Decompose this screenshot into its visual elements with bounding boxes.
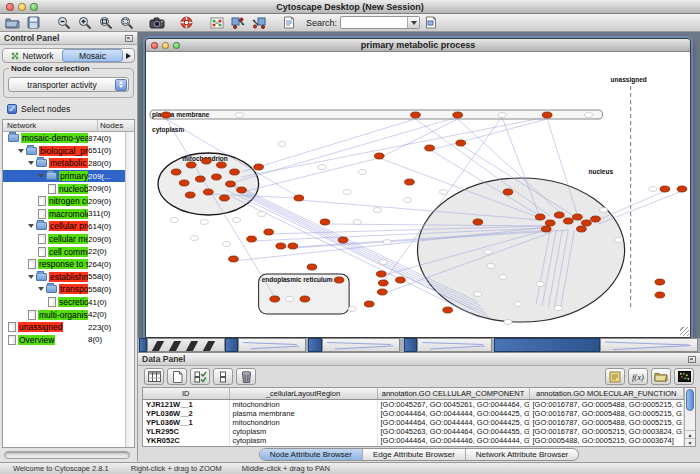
expander-triangle-icon[interactable] — [28, 224, 34, 228]
network-node-small[interactable] — [373, 208, 381, 213]
create-attribute-icon[interactable] — [167, 368, 187, 385]
column-header[interactable]: _cellularLayoutRegion — [229, 388, 377, 399]
network-node-small[interactable] — [615, 238, 623, 243]
tree-row[interactable]: cellular metabol209(0) — [3, 233, 125, 246]
network-node-small[interactable] — [353, 220, 361, 225]
network-node[interactable] — [264, 229, 274, 235]
network-node-small[interactable] — [383, 240, 391, 245]
network-node[interactable] — [453, 112, 463, 118]
network-node[interactable] — [294, 195, 304, 201]
zoom-out-icon[interactable] — [54, 15, 73, 31]
network-node[interactable] — [376, 271, 386, 277]
background-window-fragment[interactable] — [225, 338, 238, 352]
annotation-icon[interactable] — [279, 15, 298, 31]
tree-column-network[interactable]: Network — [3, 120, 98, 131]
tree-row[interactable]: metabolic process280(0) — [3, 157, 125, 170]
network-node[interactable] — [212, 174, 222, 180]
column-header[interactable]: annotation.GO CELLULAR_COMPONENT — [377, 388, 529, 399]
network-node[interactable] — [161, 112, 171, 118]
float-panel-icon[interactable] — [125, 35, 133, 42]
tab-scroll-right[interactable] — [123, 53, 134, 59]
tree-row[interactable]: Overview8(0) — [3, 334, 125, 347]
background-window-fragment[interactable] — [147, 338, 225, 352]
tree-row[interactable]: nucleobase-209(0) — [3, 182, 125, 195]
network-node[interactable] — [411, 112, 421, 118]
network-node-small[interactable] — [649, 187, 657, 192]
attribute-matrix-icon[interactable] — [674, 368, 694, 385]
import-attributes-icon[interactable] — [651, 368, 671, 385]
network-node[interactable] — [443, 307, 453, 313]
search-options-dropdown[interactable] — [407, 17, 419, 28]
network-node[interactable] — [338, 237, 348, 243]
network-node[interactable] — [396, 277, 406, 283]
network-node-small[interactable] — [474, 292, 482, 297]
tab-mosaic[interactable]: Mosaic — [62, 49, 123, 62]
network-node[interactable] — [535, 214, 545, 220]
network-node[interactable] — [276, 243, 286, 249]
help-lifering-icon[interactable] — [177, 15, 196, 31]
network-node-small[interactable] — [170, 218, 178, 223]
select-attributes-icon[interactable] — [144, 368, 164, 385]
vizmap-icon[interactable] — [207, 15, 226, 31]
network-node[interactable] — [456, 140, 466, 146]
network-node-small[interactable] — [358, 170, 366, 175]
network-node[interactable] — [202, 158, 212, 164]
scroll-down-icon[interactable]: ▼ — [685, 438, 695, 446]
network-node-small[interactable] — [348, 307, 356, 312]
network-node-small[interactable] — [232, 218, 240, 223]
network-node-small[interactable] — [222, 242, 230, 247]
network-close-button[interactable] — [151, 42, 158, 49]
column-header[interactable]: annotation.GO MOLECULAR_FUNCTION — [529, 388, 684, 399]
delete-attribute-trash-icon[interactable] — [236, 368, 256, 385]
network-node[interactable] — [320, 219, 330, 225]
function-builder-icon[interactable]: f(x) — [628, 368, 648, 385]
network-node[interactable] — [655, 292, 665, 298]
network-node[interactable] — [582, 220, 592, 226]
tree-scrollbar[interactable] — [125, 132, 134, 447]
tree-row[interactable]: mosaic-demo-yeast874(0) — [3, 132, 125, 145]
zoom-selected-icon[interactable] — [117, 15, 136, 31]
network-node-small[interactable] — [554, 306, 562, 311]
tab-network[interactable]: Network — [3, 49, 62, 62]
network-node-small[interactable] — [440, 190, 448, 195]
network-edge[interactable] — [595, 191, 664, 221]
open-file-icon[interactable] — [3, 15, 22, 31]
network-node[interactable] — [217, 162, 227, 168]
expander-triangle-icon[interactable] — [38, 287, 44, 291]
table-row[interactable]: YPL036W__1mitochondrion[GO:0044464, GO:0… — [143, 418, 684, 427]
zoom-fit-icon[interactable] — [96, 15, 115, 31]
network-node[interactable] — [564, 218, 574, 224]
network-node-small[interactable] — [258, 212, 266, 217]
network-minimize-button[interactable] — [162, 42, 169, 49]
network-node[interactable] — [247, 236, 257, 242]
network-node[interactable] — [378, 280, 388, 286]
network-node-small[interactable] — [200, 220, 208, 225]
background-window-fragment[interactable] — [308, 338, 322, 352]
network-node-small[interactable] — [584, 113, 592, 118]
network-node[interactable] — [270, 296, 280, 302]
network-node[interactable] — [334, 277, 344, 283]
layout-selected-icon[interactable] — [249, 15, 268, 31]
network-node[interactable] — [591, 216, 601, 222]
network-node[interactable] — [237, 187, 247, 193]
tree-row[interactable]: macromolecule311(0) — [3, 208, 125, 221]
expander-triangle-icon[interactable] — [18, 149, 24, 153]
unselect-attribute-icon[interactable] — [213, 368, 233, 385]
expander-triangle-icon[interactable] — [28, 275, 34, 279]
network-node-small[interactable] — [190, 236, 198, 241]
background-window-fragment[interactable] — [139, 338, 147, 352]
network-node-small[interactable] — [278, 142, 286, 147]
network-node[interactable] — [171, 169, 181, 175]
network-node-small[interactable] — [536, 282, 544, 287]
network-node[interactable] — [204, 189, 214, 195]
network-node[interactable] — [503, 189, 513, 195]
network-zoom-button[interactable] — [173, 42, 180, 49]
table-row[interactable]: YPL036W__2plasma membrane[GO:0044464, GO… — [143, 409, 684, 418]
network-node[interactable] — [307, 264, 317, 270]
tree-row[interactable]: multi-organism pro42(0) — [3, 308, 125, 321]
network-node[interactable] — [185, 192, 195, 198]
column-header[interactable]: ID — [143, 388, 229, 399]
network-node[interactable] — [220, 195, 230, 201]
table-row[interactable]: YJR121W__1mitochondrion[GO:0045267, GO:0… — [143, 399, 684, 409]
tree-row[interactable]: primary metabo209(... — [3, 170, 125, 183]
